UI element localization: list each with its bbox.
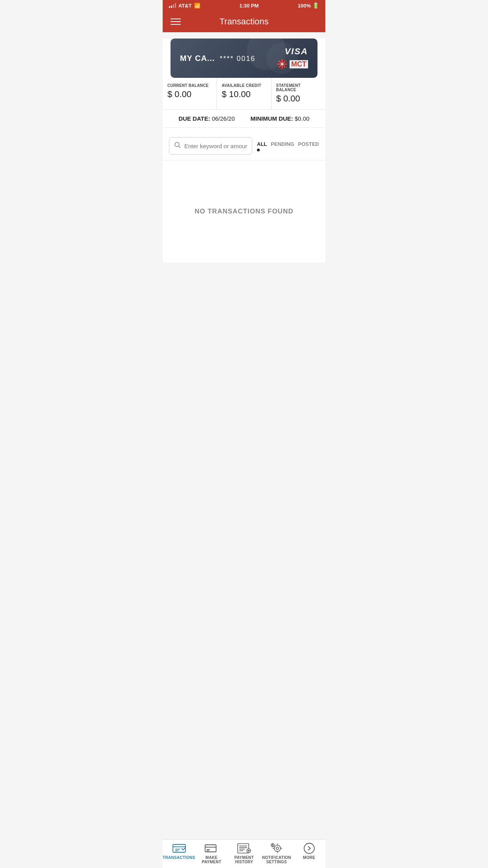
statement-balance-item: STATEMENT BALANCE $ 0.00: [272, 78, 325, 109]
carrier-label: AT&T: [178, 3, 192, 9]
signal-icon: [169, 3, 176, 8]
active-dot: [257, 149, 260, 151]
battery-icon: 🔋: [312, 2, 319, 9]
filter-posted[interactable]: POSTED: [298, 140, 319, 148]
card-info: MY CA... **** 0016: [180, 54, 255, 63]
menu-button[interactable]: [171, 18, 181, 25]
visa-brand: VISA: [285, 46, 308, 57]
current-balance-label: CURRENT BALANCE: [167, 83, 212, 88]
available-credit-label: AVAILABLE CREDIT: [222, 83, 266, 88]
filter-all[interactable]: ALL: [257, 140, 267, 148]
battery-label: 100%: [298, 3, 311, 9]
status-bar: AT&T 📶 1:30 PM 100% 🔋: [163, 0, 325, 11]
top-nav: Transactions: [163, 11, 325, 32]
no-transactions-message: NO TRANSACTIONS FOUND: [194, 208, 293, 215]
search-icon: [174, 142, 181, 150]
current-balance-amount: $ 0.00: [167, 89, 212, 99]
time-label: 1:30 PM: [239, 3, 259, 9]
mct-logo: MCT: [276, 58, 308, 70]
svg-point-6: [175, 142, 179, 147]
card-number: **** 0016: [220, 55, 255, 63]
due-date-value: 06/26/20: [212, 115, 235, 122]
current-balance-item: CURRENT BALANCE $ 0.00: [163, 78, 217, 109]
available-credit-amount: $ 10.00: [222, 89, 266, 99]
wifi-icon: 📶: [194, 3, 200, 9]
svg-line-3: [279, 61, 285, 67]
minimum-due-label: MINIMUM DUE:: [251, 115, 293, 122]
hamburger-line-3: [171, 24, 181, 25]
statement-balance-amount: $ 0.00: [276, 94, 321, 104]
status-left: AT&T 📶: [169, 3, 200, 9]
svg-line-7: [179, 146, 180, 148]
due-date-label: DUE DATE:: [178, 115, 210, 122]
search-filter-row: ALL PENDING POSTED: [163, 132, 325, 160]
credit-card[interactable]: MY CA... **** 0016 VISA MCT: [171, 39, 317, 78]
mct-text: MCT: [290, 60, 308, 68]
status-right: 100% 🔋: [298, 2, 319, 9]
statement-balance-label: STATEMENT BALANCE: [276, 83, 321, 92]
svg-point-0: [277, 59, 287, 69]
dot-placeholder-2: [270, 149, 273, 151]
hamburger-line-1: [171, 18, 181, 19]
balance-row: CURRENT BALANCE $ 0.00 AVAILABLE CREDIT …: [163, 78, 325, 110]
filter-indicator: [257, 149, 273, 151]
available-credit-item: AVAILABLE CREDIT $ 10.00: [217, 78, 271, 109]
due-date: DUE DATE: 06/26/20: [178, 115, 235, 122]
minimum-due: MINIMUM DUE: $0.00: [251, 115, 310, 122]
svg-line-4: [279, 61, 285, 67]
card-section: MY CA... **** 0016 VISA MCT CURRENT BALA…: [163, 39, 325, 132]
card-name: MY CA...: [180, 54, 215, 63]
empty-state: NO TRANSACTIONS FOUND: [163, 160, 325, 263]
snowflake-icon: [276, 58, 288, 70]
page-title: Transactions: [219, 17, 268, 27]
search-input[interactable]: [184, 143, 247, 149]
hamburger-line-2: [171, 21, 181, 22]
dot-placeholder-1: [264, 149, 266, 151]
due-date-row: DUE DATE: 06/26/20 MINIMUM DUE: $0.00: [163, 110, 325, 128]
card-brand: VISA MCT: [276, 46, 308, 70]
svg-point-5: [281, 63, 283, 65]
minimum-due-value: $0.00: [295, 115, 310, 122]
search-box[interactable]: [169, 137, 252, 154]
filter-buttons: ALL PENDING POSTED: [257, 140, 319, 148]
filter-tabs: ALL PENDING POSTED: [257, 140, 319, 151]
filter-pending[interactable]: PENDING: [271, 140, 294, 148]
